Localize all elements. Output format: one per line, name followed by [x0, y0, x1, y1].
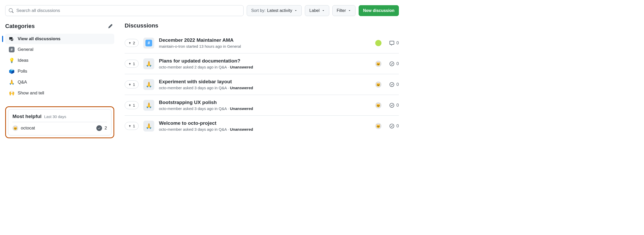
category-emoji: 🙏	[9, 79, 15, 85]
filter-button-text: Filter	[337, 8, 346, 13]
sidebar-item-polls[interactable]: 🗳️Polls	[5, 66, 114, 77]
sidebar-item-label: Q&A	[18, 80, 27, 85]
upvote-button[interactable]: 2	[125, 39, 139, 47]
stat-count: 0	[397, 103, 399, 108]
check-circle-icon	[389, 61, 394, 66]
edit-categories-button[interactable]	[106, 22, 114, 30]
vote-count: 1	[133, 82, 135, 87]
check-badge-icon	[96, 125, 102, 131]
arrow-up-icon	[128, 42, 131, 45]
discussion-category-icon: 🙏	[143, 100, 154, 111]
sort-value: Latest activity	[267, 8, 292, 13]
most-helpful-title: Most helpful	[12, 114, 42, 119]
sidebar-item-label: Ideas	[18, 58, 29, 63]
arrow-up-icon	[128, 104, 131, 107]
discussion-meta: octo-member asked 2 days ago in Q&A · Un…	[159, 65, 371, 69]
avatar: 🐱	[12, 125, 18, 131]
pencil-icon	[108, 24, 113, 29]
chevron-down-icon	[322, 9, 325, 12]
search-icon	[9, 8, 14, 13]
sidebar-item-label: View all discussions	[18, 36, 61, 42]
discussion-row[interactable]: 1🙏Plans for updated documentation?octo-m…	[125, 53, 399, 74]
avatar[interactable]: 🐱	[375, 123, 381, 129]
avatar[interactable]: 🐱	[375, 102, 381, 108]
hash-icon: #	[9, 47, 15, 52]
discussion-title[interactable]: Welcome to octo-project	[159, 120, 371, 126]
discussion-meta: maintain-o-tron started 13 hours ago in …	[159, 44, 371, 49]
stat-count: 0	[397, 61, 399, 66]
chevron-down-icon	[294, 9, 297, 12]
filter-button[interactable]: Filter	[332, 5, 356, 16]
avatar[interactable]: 🐱	[375, 61, 381, 67]
most-helpful-subtitle: Last 30 days	[44, 114, 66, 119]
category-emoji: 🙌	[9, 90, 15, 96]
upvote-button[interactable]: 1	[125, 60, 139, 68]
discussion-icon	[9, 37, 15, 41]
discussion-stat[interactable]: 0	[389, 61, 399, 66]
discussion-title[interactable]: Experiment with sidebar layout	[159, 79, 371, 85]
arrow-up-icon	[128, 125, 131, 128]
category-emoji: 🗳️	[9, 68, 15, 74]
vote-count: 1	[133, 103, 135, 107]
sort-prefix: Sort by:	[251, 8, 265, 13]
sidebar-item-q&a[interactable]: 🙏Q&A	[5, 77, 114, 88]
sort-button[interactable]: Sort by: Latest activity	[247, 5, 302, 16]
arrow-up-icon	[128, 83, 131, 86]
sidebar-item-view-all-discussions[interactable]: View all discussions	[5, 34, 114, 44]
upvote-button[interactable]: 1	[125, 122, 139, 130]
sidebar-item-general[interactable]: #General	[5, 44, 114, 55]
sidebar-item-label: Polls	[18, 69, 27, 74]
sidebar-item-ideas[interactable]: 💡Ideas	[5, 55, 114, 66]
categories-title: Categories	[5, 23, 35, 30]
discussions-title: Discussions	[125, 22, 399, 29]
comment-icon	[389, 40, 394, 46]
discussion-title[interactable]: Plans for updated documentation?	[159, 58, 371, 64]
vote-count: 1	[133, 61, 135, 66]
discussion-title[interactable]: December 2022 Maintainer AMA	[159, 37, 371, 43]
stat-count: 0	[397, 82, 399, 87]
sidebar-item-label: Show and tell	[18, 91, 44, 96]
check-circle-icon	[389, 123, 394, 129]
discussion-stat[interactable]: 0	[389, 123, 399, 129]
new-discussion-button[interactable]: New discussion	[359, 5, 399, 16]
upvote-button[interactable]: 1	[125, 80, 139, 88]
sidebar-item-label: General	[18, 47, 33, 52]
search-input[interactable]	[5, 5, 244, 16]
most-helpful-card: Most helpful Last 30 days 🐱 octocat 2	[5, 106, 114, 138]
discussion-row[interactable]: 1🙏Bootstrapping UX polishocto-member ask…	[125, 95, 399, 116]
discussion-row[interactable]: 2#December 2022 Maintainer AMAmaintain-o…	[125, 33, 399, 53]
discussion-meta: octo-member asked 3 days ago in Q&A · Un…	[159, 106, 371, 111]
discussion-category-icon: #	[143, 38, 154, 49]
vote-count: 2	[133, 41, 135, 45]
new-discussion-text: New discussion	[363, 8, 394, 13]
discussion-stat[interactable]: 0	[389, 103, 399, 108]
upvote-button[interactable]: 1	[125, 101, 139, 109]
label-button-text: Label	[309, 8, 319, 13]
stat-count: 0	[397, 40, 399, 46]
vote-count: 1	[133, 124, 135, 128]
discussion-category-icon: 🙏	[143, 121, 154, 132]
discussion-stat[interactable]: 0	[389, 82, 399, 87]
avatar[interactable]	[375, 40, 381, 46]
most-helpful-user[interactable]: 🐱 octocat 2	[12, 125, 107, 131]
check-circle-icon	[389, 103, 394, 108]
category-emoji: 💡	[9, 58, 15, 63]
discussion-row[interactable]: 1🙏Welcome to octo-projectocto-member ask…	[125, 116, 399, 136]
avatar[interactable]: 🐱	[375, 81, 381, 88]
chevron-down-icon	[348, 9, 351, 12]
sidebar-item-show-and-tell[interactable]: 🙌Show and tell	[5, 88, 114, 99]
hash-icon: #	[145, 40, 152, 46]
label-button[interactable]: Label	[305, 5, 329, 16]
discussion-category-icon: 🙏	[143, 79, 154, 90]
discussion-meta: octo-member asked 3 days ago in Q&A · Un…	[159, 86, 371, 90]
discussion-row[interactable]: 1🙏Experiment with sidebar layoutocto-mem…	[125, 74, 399, 95]
discussion-title[interactable]: Bootstrapping UX polish	[159, 100, 371, 105]
check-circle-icon	[389, 82, 394, 87]
discussion-category-icon: 🙏	[143, 58, 154, 69]
arrow-up-icon	[128, 62, 131, 65]
discussion-meta: octo-member asked 3 days ago in Q&A · Un…	[159, 127, 371, 132]
most-helpful-count: 2	[105, 126, 107, 131]
stat-count: 0	[397, 123, 399, 129]
discussion-stat[interactable]: 0	[389, 40, 399, 46]
most-helpful-username: octocat	[21, 126, 94, 131]
